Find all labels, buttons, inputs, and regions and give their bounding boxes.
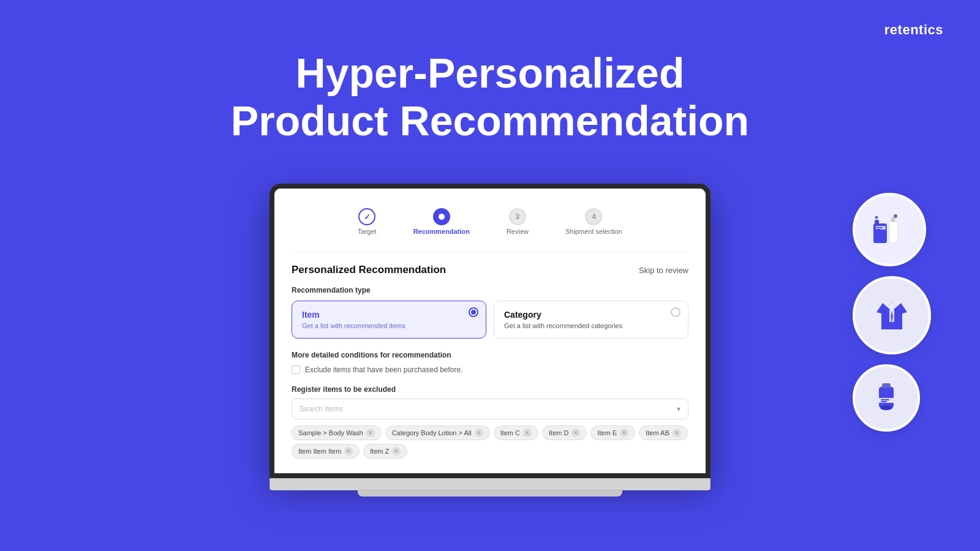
hero-section: Hyper-Personalized Product Recommendatio… [0,49,980,144]
tag-remove-icon[interactable]: ✕ [475,429,483,437]
svg-rect-4 [875,220,879,225]
product-circle-2-bg [853,276,931,354]
laptop-base [270,478,710,490]
tag-category-body-lotion[interactable]: Category Body Lotion > All ✕ [385,425,490,440]
panel-title: Personalized Recommendation [292,264,446,276]
item-rec-card[interactable]: Item Get a list with recommended items [292,301,486,339]
product-circle-2: 93% [853,276,931,354]
svg-rect-6 [876,227,883,228]
divider [292,252,688,253]
tag-item-d[interactable]: Item D ✕ [542,425,587,440]
product-circle-1-bg [853,193,926,266]
step-circle-recommendation [433,208,450,225]
tag-sample-body-wash[interactable]: Sample > Body Wash ✕ [292,425,382,440]
laptop-container: ✓ Target Recommendation 3 Review [270,184,710,497]
active-dot [439,214,445,220]
category-card-title: Category [504,310,678,320]
category-radio[interactable] [671,307,680,317]
tube-icon [869,381,903,415]
svg-point-11 [875,216,878,219]
chevron-down-icon: ▾ [677,405,680,413]
tag-item-z[interactable]: Item Z ✕ [363,444,407,459]
shirt-icon [870,294,913,337]
stepper: ✓ Target Recommendation 3 Review [292,203,688,235]
tag-label: Category Body Lotion > All [392,429,472,437]
step-label-target: Target [358,228,377,235]
step-circle-target: ✓ [358,208,375,225]
product-circle-3: 86% [853,364,920,432]
exclude-checkbox[interactable] [292,365,300,374]
item-radio[interactable] [469,307,478,317]
category-card-desc: Get a list with recommended categories [504,322,678,329]
tag-label: Item AB [646,429,669,437]
bottle-set-icon [870,210,909,249]
tags-container: Sample > Body Wash ✕ Category Body Lotio… [292,425,688,459]
rec-type-cards: Item Get a list with recommended items C… [292,301,688,339]
svg-rect-7 [876,229,881,230]
tag-item-item-item[interactable]: Item Item Item ✕ [292,444,360,459]
category-rec-card[interactable]: Category Get a list with recommended cat… [494,301,688,339]
product-circle-3-bg [853,364,920,432]
tag-label: Item Z [370,448,389,455]
tag-item-e[interactable]: Item E ✕ [590,425,635,440]
tag-remove-icon[interactable]: ✕ [392,447,401,455]
excluded-items-label: Register items to be excluded [292,385,688,394]
brand-logo: retentics [884,22,943,38]
search-placeholder: Search Items [300,405,343,413]
tag-label: Sample > Body Wash [298,429,363,437]
conditions-label: More detailed conditions for recommendat… [292,351,688,359]
tag-remove-icon[interactable]: ✕ [673,429,681,437]
section-header: Personalized Recommendation Skip to revi… [292,264,688,276]
svg-rect-17 [882,383,891,388]
item-card-title: Item [302,310,476,320]
tag-item-c[interactable]: Item C ✕ [494,425,538,440]
svg-rect-19 [881,401,887,402]
tag-item-ab[interactable]: Item AB ✕ [639,425,688,440]
step-label-shipment: Shipment selection [565,228,622,235]
tag-label: Item C [500,429,520,437]
step-target: ✓ Target [358,208,377,235]
step-label-review: Review [507,228,529,235]
tag-remove-icon[interactable]: ✕ [620,429,628,437]
tag-label: Item Item Item [298,448,341,455]
hero-line2: Product Recommendation [231,97,749,144]
app-content: ✓ Target Recommendation 3 Review [274,189,706,473]
step-label-recommendation: Recommendation [413,228,470,235]
tag-label: Item D [549,429,568,437]
svg-point-15 [880,405,892,410]
svg-rect-18 [881,399,889,400]
product-circle-1 [853,193,926,266]
step-circle-review: 3 [509,208,526,225]
step-shipment: 4 Shipment selection [565,208,622,235]
search-items-input[interactable]: Search Items ▾ [292,399,688,419]
tag-label: Item E [597,429,617,437]
svg-rect-8 [889,221,898,243]
exclude-label: Exclude items that have been purchased b… [305,365,463,374]
hero-line1: Hyper-Personalized [296,50,685,96]
tag-remove-icon[interactable]: ✕ [571,429,580,437]
pct-86: 86% [848,359,865,369]
step-recommendation: Recommendation [413,208,470,235]
tag-remove-icon[interactable]: ✕ [366,429,375,437]
svg-point-10 [894,214,897,218]
step-circle-shipment: 4 [585,208,602,225]
rec-type-label: Recommendation type [292,286,688,294]
step-review: 3 Review [507,208,529,235]
skip-to-review-link[interactable]: Skip to review [639,266,688,275]
exclude-checkbox-row: Exclude items that have been purchased b… [292,365,688,374]
svg-rect-9 [891,217,895,222]
product-circles: 93% 86% [853,193,931,432]
checkmark-icon: ✓ [364,212,371,222]
tag-remove-icon[interactable]: ✕ [344,447,353,455]
laptop-screen: ✓ Target Recommendation 3 Review [270,184,710,478]
laptop-foot [358,490,622,497]
tag-remove-icon[interactable]: ✕ [523,429,532,437]
item-card-desc: Get a list with recommended items [302,322,476,329]
pct-93: 93% [848,271,865,281]
svg-rect-14 [879,387,894,408]
